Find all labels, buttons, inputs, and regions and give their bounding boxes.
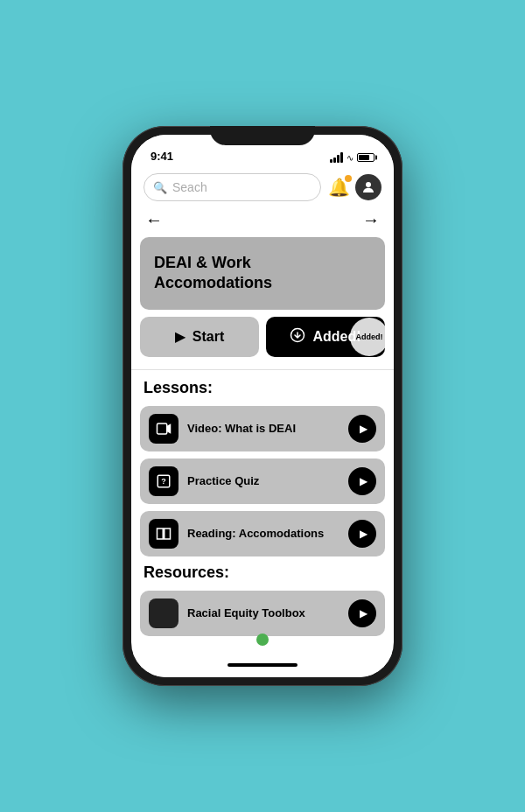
quiz-icon-box: ?	[149, 466, 178, 496]
resource-toolbox-play[interactable]: ▶	[348, 599, 376, 627]
battery-icon	[357, 153, 374, 162]
added-circle: Added!	[350, 318, 388, 356]
lesson-reading-label: Reading: Accomodations	[178, 527, 348, 540]
play-icon: ▶	[360, 528, 368, 540]
lesson-video-label: Video: What is DEAI	[178, 422, 348, 435]
course-title: DEAI & Work Accomodations	[154, 253, 371, 294]
lesson-reading-play[interactable]: ▶	[348, 520, 376, 548]
start-label: Start	[192, 329, 224, 345]
resource-icon-box	[149, 598, 178, 628]
phone-screen: 9:41 ∿ 🔍 Seach	[131, 135, 394, 677]
search-box[interactable]: 🔍 Seach	[144, 173, 321, 201]
notification-dot	[345, 175, 352, 182]
back-button[interactable]: ←	[145, 210, 163, 230]
action-buttons: ▶ Start Added! Added!	[140, 317, 385, 357]
lesson-video-play[interactable]: ▶	[348, 415, 376, 443]
user-avatar[interactable]	[355, 174, 382, 200]
lesson-item-quiz[interactable]: ? Practice Quiz ▶	[140, 458, 385, 504]
lesson-quiz-play[interactable]: ▶	[348, 467, 376, 495]
play-icon: ▶	[360, 423, 368, 435]
home-indicator-bar	[131, 653, 394, 677]
resources-section-label: Resources:	[131, 564, 394, 591]
svg-rect-2	[158, 424, 167, 434]
status-icons: ∿	[330, 152, 374, 163]
lesson-item-reading[interactable]: Reading: Accomodations ▶	[140, 511, 385, 556]
notch	[210, 126, 315, 145]
play-icon: ▶	[360, 475, 368, 487]
video-icon-box	[149, 414, 178, 444]
svg-text:?: ?	[161, 477, 166, 486]
svg-point-0	[366, 182, 371, 187]
play-icon: ▶	[360, 607, 368, 620]
app-content: 🔍 Seach 🔔	[131, 166, 394, 653]
forward-button[interactable]: →	[362, 210, 380, 230]
wifi-icon: ∿	[346, 153, 354, 163]
course-header: DEAI & Work Accomodations	[140, 237, 385, 310]
search-icon: 🔍	[153, 181, 167, 194]
status-time: 9:41	[150, 150, 173, 163]
lesson-quiz-label: Practice Quiz	[178, 474, 348, 487]
phone-frame: 9:41 ∿ 🔍 Seach	[122, 126, 402, 686]
section-divider	[131, 369, 394, 370]
signal-icon	[330, 152, 343, 163]
resource-toolbox-label: Racial Equity Toolbox	[178, 606, 348, 620]
added-button[interactable]: Added! Added!	[266, 317, 385, 357]
play-icon: ▶	[175, 328, 186, 345]
start-button[interactable]: ▶ Start	[140, 317, 259, 357]
top-bar: 🔍 Seach 🔔	[131, 166, 394, 206]
top-icons: 🔔	[328, 174, 382, 200]
notification-bell[interactable]: 🔔	[328, 177, 350, 198]
reading-icon-box	[149, 519, 178, 549]
lessons-section-label: Lessons:	[131, 379, 394, 406]
resource-item-toolbox[interactable]: Racial Equity Toolbox ▶	[140, 591, 385, 636]
download-icon	[290, 327, 305, 346]
lesson-item-video[interactable]: Video: What is DEAI ▶	[140, 406, 385, 452]
search-input[interactable]: Seach	[172, 180, 207, 194]
status-green-dot	[256, 634, 269, 646]
added-circle-label: Added!	[356, 332, 383, 341]
nav-row: ← →	[131, 206, 394, 237]
home-indicator	[228, 663, 298, 667]
